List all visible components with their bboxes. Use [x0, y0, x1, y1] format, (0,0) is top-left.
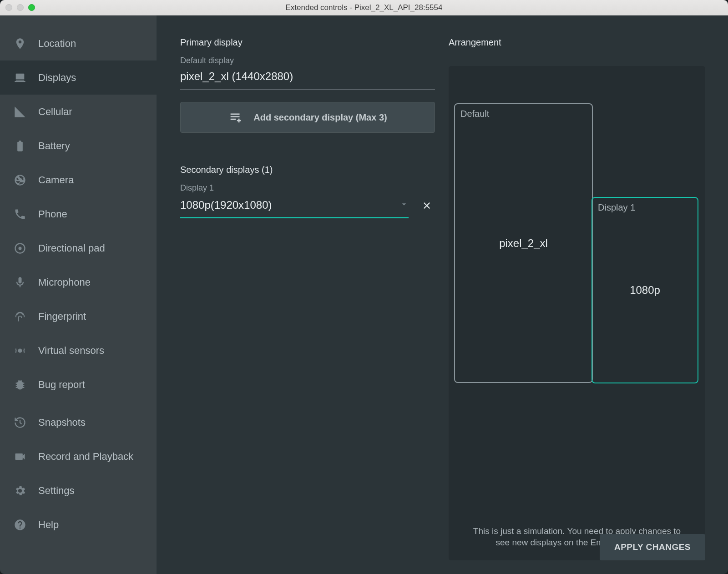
window-titlebar[interactable]: Extended controls - Pixel_2_XL_API_28:55… [0, 0, 728, 15]
sidebar-item-label: Fingerprint [38, 311, 86, 322]
sidebar-item-label: Settings [38, 485, 75, 497]
sidebar-item-microphone[interactable]: Microphone [0, 265, 157, 299]
sidebar-item-record-playback[interactable]: Record and Playback [0, 439, 157, 473]
fingerprint-icon [14, 310, 26, 323]
aperture-icon [14, 174, 26, 186]
mic-icon [14, 276, 26, 289]
sidebar-item-fingerprint[interactable]: Fingerprint [0, 299, 157, 333]
remove-display-button[interactable] [419, 197, 435, 214]
sidebar: Location Displays Cellular Battery Camer [0, 15, 157, 574]
sidebar-item-label: Cellular [38, 106, 72, 118]
sidebar-item-label: Help [38, 519, 59, 531]
sidebar-item-label: Phone [38, 208, 67, 220]
arrangement-panel: Default pixel_2_xl Display 1 1080p This … [449, 66, 705, 560]
main-panel: Primary display Default display pixel_2_… [157, 15, 728, 574]
map-pin-icon [14, 37, 26, 50]
arrangement-heading: Arrangement [449, 37, 705, 48]
minimize-window-dot[interactable] [17, 4, 24, 11]
display-1-resolution-select[interactable]: 1080p(1920x1080) [180, 199, 409, 218]
sidebar-item-battery[interactable]: Battery [0, 129, 157, 163]
gear-icon [14, 484, 26, 497]
sidebar-item-label: Bug report [38, 379, 85, 391]
queue-add-icon [228, 110, 243, 125]
phone-icon [14, 208, 26, 221]
video-icon [14, 450, 26, 463]
sidebar-item-camera[interactable]: Camera [0, 163, 157, 197]
sidebar-item-label: Record and Playback [38, 451, 133, 463]
apply-changes-button[interactable]: APPLY CHANGES [600, 534, 705, 560]
display-1-resolution-value: 1080p(1920x1080) [180, 199, 272, 211]
arrangement-primary-corner-label: Default [460, 109, 489, 119]
arrangement-canvas: Default pixel_2_xl Display 1 1080p [454, 93, 700, 384]
sidebar-item-directional-pad[interactable]: Directional pad [0, 231, 157, 265]
sidebar-item-label: Virtual sensors [38, 345, 104, 357]
default-display-label: Default display [180, 56, 435, 65]
sidebar-item-cellular[interactable]: Cellular [0, 95, 157, 129]
svg-point-1 [19, 247, 22, 250]
sidebar-item-settings[interactable]: Settings [0, 473, 157, 508]
signal-icon [14, 106, 26, 118]
arrangement-primary-center-label: pixel_2_xl [499, 237, 548, 250]
sidebar-item-virtual-sensors[interactable]: Virtual sensors [0, 333, 157, 368]
apply-changes-label: APPLY CHANGES [614, 542, 691, 552]
sidebar-item-snapshots[interactable]: Snapshots [0, 405, 157, 439]
dpad-icon [14, 242, 26, 255]
sidebar-item-label: Location [38, 38, 76, 50]
display-1-label: Display 1 [180, 183, 435, 193]
bug-icon [14, 378, 26, 391]
primary-display-heading: Primary display [180, 37, 435, 48]
zoom-window-dot[interactable] [28, 4, 35, 11]
sidebar-item-label: Camera [38, 174, 74, 186]
chevron-down-icon [399, 199, 409, 211]
arrangement-secondary-corner-label: Display 1 [598, 202, 635, 213]
sidebar-item-label: Snapshots [38, 417, 86, 428]
battery-icon [14, 140, 26, 152]
sidebar-item-label: Displays [38, 72, 76, 84]
sidebar-item-bug-report[interactable]: Bug report [0, 368, 157, 402]
sidebar-item-label: Directional pad [38, 242, 105, 254]
sidebar-item-label: Battery [38, 140, 70, 152]
sidebar-item-phone[interactable]: Phone [0, 197, 157, 231]
arrangement-primary-box[interactable]: Default pixel_2_xl [454, 103, 593, 383]
laptop-icon [14, 71, 26, 84]
add-secondary-display-button[interactable]: Add secondary display (Max 3) [180, 102, 435, 133]
close-window-dot[interactable] [5, 4, 12, 11]
history-icon [14, 416, 26, 429]
help-icon [14, 519, 26, 531]
sidebar-item-label: Microphone [38, 277, 91, 288]
primary-display-value: pixel_2_xl (1440x2880) [180, 70, 435, 90]
window-title: Extended controls - Pixel_2_XL_API_28:55… [0, 3, 728, 12]
sensor-icon [14, 344, 26, 357]
sidebar-item-help[interactable]: Help [0, 508, 157, 542]
sidebar-item-location[interactable]: Location [0, 26, 157, 60]
arrangement-secondary-box[interactable]: Display 1 1080p [592, 197, 698, 383]
secondary-displays-heading: Secondary displays (1) [180, 165, 435, 175]
close-icon [421, 200, 432, 211]
svg-point-2 [19, 349, 22, 352]
arrangement-secondary-center-label: 1080p [630, 284, 660, 297]
add-secondary-display-label: Add secondary display (Max 3) [253, 112, 387, 123]
sidebar-item-displays[interactable]: Displays [0, 60, 157, 95]
traffic-lights [5, 4, 35, 11]
